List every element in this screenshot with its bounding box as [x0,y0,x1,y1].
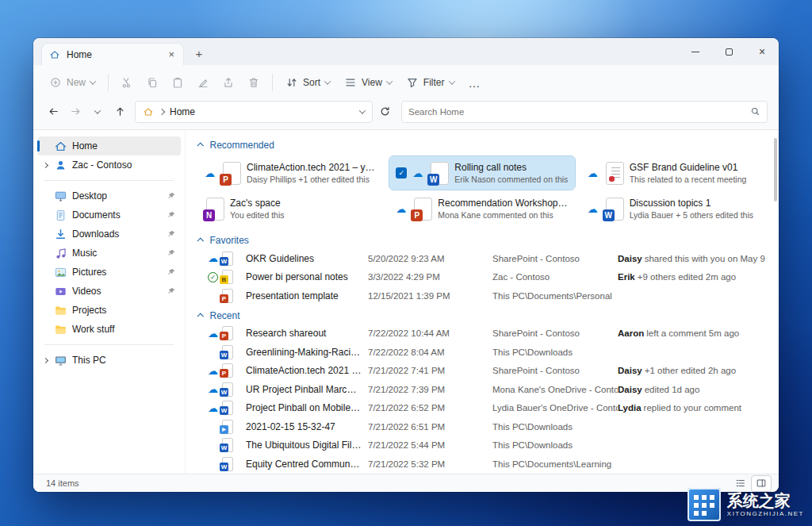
file-row[interactable]: ClimateAction.tech 2021 – year in review… [198,362,769,381]
file-row[interactable]: Greenlining-Making-Racial-Equity-Rea... … [198,343,769,362]
music-icon [54,247,67,260]
up-button[interactable] [109,102,130,122]
sort-button[interactable]: Sort [279,71,336,94]
recommended-card[interactable]: GSF Brand Guideline v01This related to a… [581,156,766,190]
home-icon [143,106,154,117]
file-row[interactable]: UR Project Pinball March Notes 7/21/2022… [198,380,769,399]
sidebar-item-work-stuff[interactable]: Work stuff [37,320,181,339]
sidebar-item-downloads[interactable]: Downloads [37,225,181,244]
file-location: This PC\Downloads [492,347,618,357]
folder-icon [54,304,67,317]
computer-icon [54,354,67,367]
address-bar: Home [33,100,779,130]
breadcrumb-item-home[interactable]: Home [170,106,195,117]
sidebar-item-videos[interactable]: Videos [37,282,181,301]
up-arrow-icon [114,106,126,117]
new-icon [49,76,62,89]
sidebar-item-projects[interactable]: Projects [37,301,181,320]
card-title: Recommendation Workshop Content [438,198,568,209]
file-name: Research shareout [241,328,368,339]
sidebar-divider [44,344,174,345]
file-type-icon [222,438,233,452]
file-name: Presentation template [241,290,368,301]
recent-locations-button[interactable] [87,102,108,122]
recommended-card-selected[interactable]: ✓ Rolling call notesErik Nason commented… [389,156,574,190]
paste-button[interactable] [166,71,190,94]
desktop-icon [54,190,67,203]
chevron-right-icon[interactable] [42,357,48,363]
sidebar-item-desktop[interactable]: Desktop [37,186,181,205]
file-type-icon [206,198,224,221]
tab-home[interactable]: Home × [41,43,184,65]
sidebar-item-home[interactable]: Home [37,136,181,155]
recommended-card[interactable]: Zac's spaceYou edited this [198,192,383,225]
file-row[interactable]: The Ubiquitous Digital File A Review o..… [198,436,769,455]
file-row[interactable]: OKR Guidelines 5/20/2022 9:23 AM SharePo… [198,249,769,268]
file-type-icon [222,420,233,434]
card-title: Discussion topics 1 [630,198,753,209]
file-activity: Lydiareplied to your comment [618,403,769,413]
videos-icon [54,285,67,298]
cut-icon [121,76,133,89]
sidebar-item-pictures[interactable]: Pictures [37,263,181,282]
section-title: Recent [210,310,240,321]
refresh-button[interactable] [374,102,395,122]
tab-close-icon[interactable]: × [167,49,176,60]
file-row[interactable]: Research shareout 7/22/2022 10:44 AM Sha… [198,324,769,344]
file-name: Equity Centred Community Design [241,459,368,470]
file-row[interactable]: Power bi personal notes 3/3/2022 4:29 PM… [198,268,769,287]
forward-button[interactable] [65,102,86,122]
file-name: Project Pinball on Mobile KickOff [241,402,368,413]
file-location: SharePoint - Contoso [492,328,618,338]
sort-icon [285,76,298,89]
file-location: This PC\Documents\Learning [492,459,618,469]
file-explorer-window: Home × + × New [33,38,779,492]
sidebar-item-onedrive[interactable]: Zac - Contoso [37,155,181,175]
minimize-button[interactable] [679,38,712,65]
delete-button[interactable] [242,71,266,94]
sidebar-item-this-pc[interactable]: This PC [37,351,181,370]
rename-button[interactable] [191,71,215,94]
search-input[interactable] [408,107,750,117]
recommended-card[interactable]: ClimateAction.tech 2021 – year in...Dais… [198,156,383,190]
preview-pane-icon [756,478,767,489]
recommended-card[interactable]: Discussion topics 1Lydia Bauer + 5 other… [581,192,766,225]
filter-button[interactable]: Filter [400,71,461,94]
pin-icon [167,191,176,201]
file-row[interactable]: Presentation template 12/15/2021 1:39 PM… [198,286,769,305]
downloads-icon [54,228,67,241]
new-button[interactable]: New [43,71,102,94]
file-activity: Daisy+1 other edited 2h ago [618,366,769,375]
more-options-button[interactable]: … [462,73,488,93]
file-row[interactable]: Equity Centred Community Design 7/21/202… [198,455,769,474]
tab-bar: Home × + × [33,38,779,65]
card-subtitle: Mona Kane commented on this [438,210,568,220]
file-type-icon [222,382,233,397]
file-location: This PC\Documents\Personal [492,291,618,301]
back-button[interactable] [43,102,63,122]
chevron-right-icon[interactable] [42,162,48,167]
cut-button[interactable] [115,71,139,94]
recommended-card[interactable]: Recommendation Workshop ContentMona Kane… [389,192,574,225]
checkbox-checked-icon[interactable]: ✓ [396,167,407,179]
cloud-status-icon [208,384,220,394]
breadcrumb[interactable]: Home [135,101,373,123]
sidebar-item-documents[interactable]: Documents [37,205,181,225]
recommended-section-header[interactable]: Recommended [198,136,769,154]
recent-section-header[interactable]: Recent [198,307,769,324]
watermark-logo-icon [688,488,721,521]
chevron-down-icon [94,107,101,113]
file-row[interactable]: 2021-02-15 15-32-47 7/21/2022 6:51 PM Th… [198,417,769,436]
sidebar-item-music[interactable]: Music [37,244,181,263]
close-button[interactable]: × [745,38,779,65]
new-tab-button[interactable]: + [189,43,209,63]
copy-button[interactable] [140,71,164,94]
cloud-status-icon [208,403,220,413]
vertical-scrollbar[interactable] [774,138,777,202]
share-button[interactable] [216,71,240,94]
maximize-button[interactable] [712,38,745,65]
view-button[interactable]: View [338,71,398,94]
favorites-section-header[interactable]: Favorites [198,232,769,249]
file-row[interactable]: Project Pinball on Mobile KickOff 7/21/2… [198,399,769,418]
address-dropdown-icon[interactable] [359,107,366,113]
